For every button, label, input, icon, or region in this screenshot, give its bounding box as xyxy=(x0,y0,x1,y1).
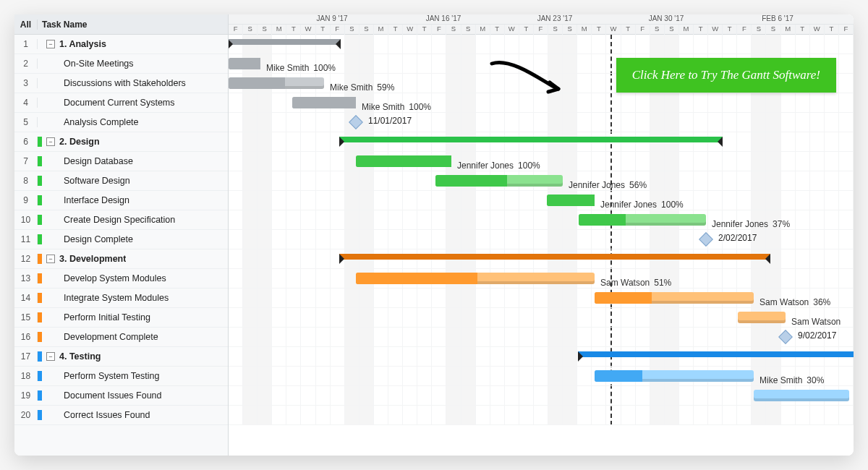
row-number: 7 xyxy=(14,156,38,166)
week-label: JAN 23 '17 xyxy=(499,14,610,24)
day-label: S xyxy=(752,25,766,35)
task-bar[interactable]: Jennifer Jones100% xyxy=(547,195,595,206)
day-label: T xyxy=(825,25,839,35)
cta-banner[interactable]: Click Here to Try The Gantt Software! xyxy=(616,58,836,93)
assignee-name: Mike Smith xyxy=(760,375,802,385)
task-bar[interactable]: Sam Watson51% xyxy=(356,273,595,284)
day-label: T xyxy=(316,25,331,35)
row-number: 14 xyxy=(14,293,38,303)
task-row[interactable]: 16Development Complete xyxy=(14,328,228,347)
task-bar[interactable]: Sam Watson xyxy=(738,312,786,323)
task-bar[interactable]: Mike Smith100% xyxy=(229,58,260,69)
day-label: M xyxy=(476,25,490,35)
task-row[interactable]: 5Analysis Complete xyxy=(14,113,228,132)
day-label: F xyxy=(636,25,650,35)
timeline-row: Jennifer Jones100% xyxy=(229,152,854,171)
milestone-diamond[interactable] xyxy=(349,115,363,129)
progress-percent: 59% xyxy=(377,82,394,93)
task-table: All Task Name 1−1. Analysis2On-Site Meet… xyxy=(14,14,229,456)
assignee-name: Sam Watson xyxy=(791,317,841,327)
row-number: 3 xyxy=(14,78,38,88)
task-row[interactable]: 11Design Complete xyxy=(14,230,228,249)
day-label: T xyxy=(723,25,737,35)
task-bar[interactable]: Sam Watson36% xyxy=(595,292,754,304)
task-bar[interactable]: Jennifer Jones37% xyxy=(579,214,706,226)
row-number: 17 xyxy=(14,351,38,362)
task-name-cell: Analysis Complete xyxy=(38,117,139,127)
task-bar[interactable]: Mike Smith30% xyxy=(595,370,754,382)
task-row[interactable]: 20Correct Issues Found xyxy=(14,406,228,425)
task-name-cell: On-Site Meetings xyxy=(38,59,134,69)
row-number: 18 xyxy=(14,371,38,381)
col-header-all[interactable]: All xyxy=(14,20,38,30)
task-progress xyxy=(356,155,451,167)
day-label: W xyxy=(708,25,723,35)
task-name-cell: Integrate System Modules xyxy=(38,293,169,303)
collapse-button[interactable]: − xyxy=(46,137,55,146)
week-label: JAN 30 '17 xyxy=(610,14,722,24)
task-row[interactable]: 19Document Issues Found xyxy=(14,386,228,406)
task-row[interactable]: 6−2. Design xyxy=(14,132,228,152)
row-number: 9 xyxy=(14,195,38,205)
progress-percent: 100% xyxy=(661,200,684,210)
day-label: T xyxy=(694,25,708,35)
task-bar[interactable]: Jennifer Jones100% xyxy=(356,155,451,167)
task-name-cell: Discussions with Stakeholders xyxy=(38,78,186,88)
task-progress xyxy=(435,175,507,187)
row-number: 16 xyxy=(14,332,38,342)
task-bar[interactable]: Mike Smith59% xyxy=(229,77,324,89)
task-row[interactable]: 15Perform Initial Testing xyxy=(14,308,228,328)
task-name-cell: 4. Testing xyxy=(55,351,101,362)
summary-bar[interactable] xyxy=(340,254,770,260)
task-row[interactable]: 12−3. Development xyxy=(14,249,228,269)
task-row[interactable]: 2On-Site Meetings xyxy=(14,54,228,74)
task-bar[interactable]: Mik xyxy=(754,390,849,401)
progress-percent: 36% xyxy=(813,297,830,307)
summary-bar[interactable] xyxy=(340,137,722,142)
assignee-name: Jennifer Jones xyxy=(457,161,514,171)
summary-bar[interactable] xyxy=(579,351,854,357)
task-row[interactable]: 9Interface Design xyxy=(14,191,228,210)
collapse-button[interactable]: − xyxy=(46,255,55,263)
task-name-cell: Development Complete xyxy=(38,332,158,342)
timeline-row xyxy=(229,249,854,269)
timeline-row xyxy=(229,347,854,367)
task-name-cell: Perform Initial Testing xyxy=(38,312,150,322)
timeline-row: Jennifer Jones37% xyxy=(229,210,854,230)
col-header-task-name[interactable]: Task Name xyxy=(38,20,228,30)
task-row[interactable]: 8Software Design xyxy=(14,171,228,191)
day-label: F xyxy=(432,25,446,35)
timeline-row: Jennifer Jones56% xyxy=(229,171,854,191)
assignee-name: Sam Watson xyxy=(600,278,650,288)
task-row[interactable]: 1−1. Analysis xyxy=(14,35,228,54)
task-row[interactable]: 10Create Design Specification xyxy=(14,210,228,230)
summary-bar[interactable] xyxy=(229,39,340,45)
task-name-cell: 3. Development xyxy=(55,254,126,264)
task-row[interactable]: 14Integrate System Modules xyxy=(14,289,228,308)
row-number: 13 xyxy=(14,273,38,283)
task-name-cell: Develop System Modules xyxy=(38,273,166,283)
row-number: 8 xyxy=(14,176,38,186)
task-row[interactable]: 17−4. Testing xyxy=(14,347,228,367)
timeline-row: Mike Smith30% xyxy=(229,367,854,386)
task-row[interactable]: 3Discussions with Stakeholders xyxy=(14,74,228,93)
collapse-button[interactable]: − xyxy=(46,352,55,361)
milestone-diamond[interactable] xyxy=(699,232,713,247)
task-row[interactable]: 4Document Current Systems xyxy=(14,93,228,113)
day-label: S xyxy=(650,25,665,35)
collapse-button[interactable]: − xyxy=(46,40,55,48)
day-label: S xyxy=(258,25,272,35)
task-bar[interactable]: Jennifer Jones56% xyxy=(435,175,563,187)
task-name-cell: Correct Issues Found xyxy=(38,410,150,420)
task-progress xyxy=(229,58,260,69)
task-row[interactable]: 13Develop System Modules xyxy=(14,269,228,289)
milestone-diamond[interactable] xyxy=(778,330,793,344)
day-label: M xyxy=(272,25,286,35)
task-name-cell: Perform System Testing xyxy=(38,371,159,381)
task-name-cell: Create Design Specification xyxy=(38,215,175,225)
task-row[interactable]: 7Design Database xyxy=(14,152,228,171)
task-row[interactable]: 18Perform System Testing xyxy=(14,367,228,386)
assignee-name: Mike Smith xyxy=(266,63,309,73)
task-name-cell: Document Current Systems xyxy=(38,98,175,108)
task-bar[interactable]: Mike Smith100% xyxy=(292,97,356,108)
